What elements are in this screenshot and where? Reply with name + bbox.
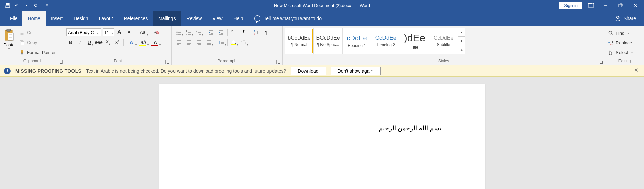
bold-button[interactable]: B	[66, 38, 75, 46]
tab-home[interactable]: Home	[22, 11, 46, 26]
subscript-button[interactable]: X2	[104, 38, 112, 46]
cut-button[interactable]: Cut	[18, 28, 57, 37]
paragraph-group-label: Paragraph	[174, 58, 280, 64]
font-size-combo[interactable]: 11⌵	[103, 28, 114, 36]
svg-point-16	[20, 33, 22, 35]
scissors-icon	[19, 30, 25, 35]
svg-point-17	[23, 33, 24, 35]
minimize-button[interactable]	[600, 0, 612, 11]
borders-button[interactable]	[239, 38, 248, 46]
change-case-button[interactable]: Aa	[137, 28, 148, 36]
highlight-button[interactable]: ab	[138, 38, 149, 46]
tell-me-search[interactable]: Tell me what you want to do	[254, 15, 322, 22]
dont-show-button[interactable]: Don't show again	[331, 67, 381, 75]
svg-rect-71	[231, 44, 236, 45]
select-button[interactable]: Select ▾	[607, 48, 642, 57]
close-msgbar-button[interactable]: ✕	[632, 67, 640, 75]
format-painter-button[interactable]: Format Painter	[18, 48, 57, 57]
ltr-direction-button[interactable]: ¶	[229, 28, 238, 36]
styles-scroll-down[interactable]: ▾	[458, 37, 465, 45]
redo-button[interactable]: ↻	[32, 1, 40, 9]
tab-layout[interactable]: Layout	[94, 11, 118, 26]
chevron-down-icon[interactable]: ▾	[631, 51, 633, 54]
superscript-button[interactable]: X2	[113, 38, 121, 46]
underline-button[interactable]: U	[85, 38, 93, 46]
tab-mailings[interactable]: Mailings	[153, 11, 181, 26]
tab-review[interactable]: Review	[181, 11, 207, 26]
font-name-combo[interactable]: Arial (Body C⌵	[66, 28, 101, 36]
copy-button[interactable]: Copy	[18, 38, 57, 47]
increase-indent-button[interactable]	[216, 28, 226, 36]
style-heading-1[interactable]: cDdEeHeading 1	[343, 28, 371, 54]
decrease-indent-button[interactable]	[206, 28, 216, 36]
shading-button[interactable]	[229, 38, 238, 46]
document-text[interactable]: بسم الله الرحمن الرحيم	[203, 124, 441, 132]
window-title: New Microsoft Word Document (2).docx - W…	[274, 3, 370, 8]
svg-rect-72	[242, 41, 246, 44]
restore-button[interactable]	[614, 0, 627, 11]
clear-formatting-button[interactable]: A	[152, 28, 160, 36]
styles-dialog-launcher[interactable]	[599, 60, 603, 64]
find-button[interactable]: Find ▾	[607, 29, 642, 38]
copy-label: Copy	[27, 40, 37, 45]
style---normal[interactable]: bCcDdEe¶ Normal	[285, 28, 314, 54]
tab-insert[interactable]: Insert	[46, 11, 68, 26]
chevron-down-icon[interactable]: ⌵	[111, 31, 114, 34]
svg-text:Z: Z	[254, 32, 255, 35]
strikethrough-button[interactable]: abc	[95, 38, 103, 46]
bullets-button[interactable]	[174, 28, 183, 36]
line-spacing-button[interactable]	[216, 38, 226, 46]
qat-customize-icon[interactable]: ▽	[43, 1, 51, 9]
chevron-down-icon[interactable]: ▾	[628, 32, 629, 35]
multilevel-list-button[interactable]: a	[194, 28, 203, 36]
align-right-button[interactable]	[194, 38, 203, 46]
close-button[interactable]	[629, 0, 641, 11]
italic-button[interactable]: I	[76, 38, 84, 46]
tab-references[interactable]: References	[118, 11, 153, 26]
justify-button[interactable]	[204, 38, 213, 46]
style-subtitle[interactable]: CcDdEeSubtitle	[429, 28, 458, 54]
style---no-spac---[interactable]: BCcDdEe¶ No Spac...	[314, 28, 343, 54]
svg-rect-1	[6, 3, 9, 5]
ribbon-display-options-button[interactable]	[585, 0, 597, 11]
paste-button[interactable]: Paste ▾	[2, 28, 16, 58]
text-effects-button[interactable]: A	[126, 38, 137, 46]
styles-scroll-up[interactable]: ▴	[458, 28, 465, 37]
sort-button[interactable]: AZ	[251, 28, 261, 36]
collapse-ribbon-button[interactable]: ˆ	[635, 58, 642, 64]
svg-point-9	[616, 16, 619, 19]
grow-font-button[interactable]: Aˆ	[115, 28, 123, 36]
document-page[interactable]: بسم الله الرحمن الرحيم	[159, 84, 485, 189]
tab-view[interactable]: View	[207, 11, 228, 26]
svg-text:3: 3	[186, 33, 187, 35]
font-dialog-launcher[interactable]	[165, 60, 170, 64]
paragraph-dialog-launcher[interactable]	[276, 60, 281, 64]
signin-button[interactable]: Sign in	[559, 2, 582, 9]
align-left-button[interactable]	[174, 38, 183, 46]
svg-text:¶: ¶	[231, 30, 233, 34]
replace-button[interactable]: abac Replace	[607, 39, 642, 47]
show-marks-button[interactable]: ¶	[261, 28, 271, 36]
clipboard-dialog-launcher[interactable]	[58, 60, 63, 64]
brush-icon	[19, 50, 25, 55]
svg-line-75	[612, 34, 613, 35]
styles-more[interactable]: ⊻	[458, 45, 465, 54]
align-center-button[interactable]	[184, 38, 193, 46]
save-icon[interactable]	[3, 1, 11, 9]
undo-button[interactable]: ↶	[13, 1, 21, 9]
share-button[interactable]: Share	[615, 15, 644, 22]
paste-dropdown-icon[interactable]: ▾	[8, 47, 10, 50]
style-title[interactable]: )dEeTitle	[400, 28, 429, 54]
chevron-down-icon[interactable]: ⌵	[96, 31, 99, 34]
tab-file[interactable]: File	[5, 11, 22, 26]
download-button[interactable]: Download	[291, 67, 326, 75]
font-color-button[interactable]: A	[150, 38, 161, 46]
svg-point-24	[177, 31, 178, 32]
style-heading-2[interactable]: CcDdEeHeading 2	[371, 28, 400, 54]
undo-dropdown-icon[interactable]: ▾	[22, 1, 30, 9]
tab-design[interactable]: Design	[68, 11, 94, 26]
shrink-font-button[interactable]: Aˇ	[125, 28, 133, 36]
numbering-button[interactable]: 123	[184, 28, 193, 36]
tab-help[interactable]: Help	[228, 11, 249, 26]
rtl-direction-button[interactable]: ¶	[239, 28, 248, 36]
